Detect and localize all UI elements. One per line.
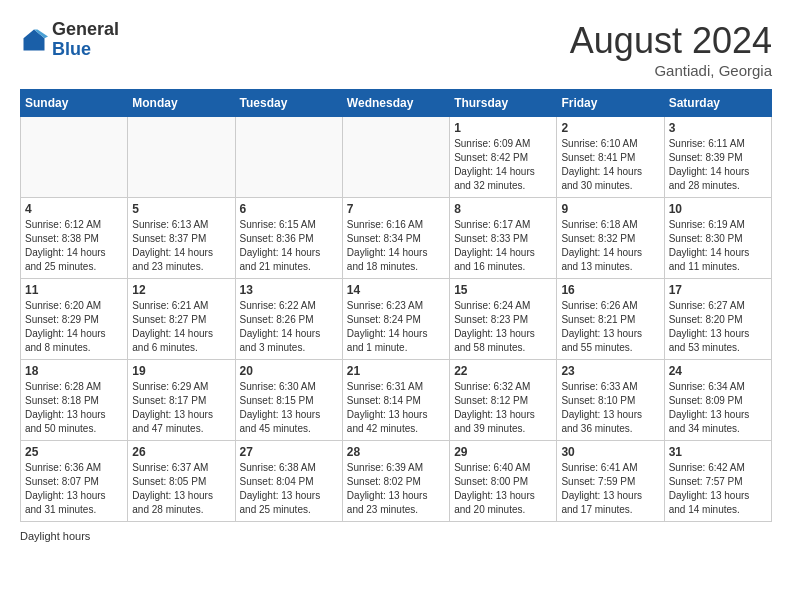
column-header-tuesday: Tuesday xyxy=(235,90,342,117)
day-info: Sunrise: 6:26 AMSunset: 8:21 PMDaylight:… xyxy=(561,299,659,355)
calendar-cell: 18Sunrise: 6:28 AMSunset: 8:18 PMDayligh… xyxy=(21,360,128,441)
day-info: Sunrise: 6:12 AMSunset: 8:38 PMDaylight:… xyxy=(25,218,123,274)
day-info: Sunrise: 6:36 AMSunset: 8:07 PMDaylight:… xyxy=(25,461,123,517)
day-number: 17 xyxy=(669,283,767,297)
logo-general-text: General xyxy=(52,19,119,39)
day-info: Sunrise: 6:42 AMSunset: 7:57 PMDaylight:… xyxy=(669,461,767,517)
column-header-friday: Friday xyxy=(557,90,664,117)
day-info: Sunrise: 6:39 AMSunset: 8:02 PMDaylight:… xyxy=(347,461,445,517)
day-info: Sunrise: 6:11 AMSunset: 8:39 PMDaylight:… xyxy=(669,137,767,193)
calendar-cell: 25Sunrise: 6:36 AMSunset: 8:07 PMDayligh… xyxy=(21,441,128,522)
day-info: Sunrise: 6:31 AMSunset: 8:14 PMDaylight:… xyxy=(347,380,445,436)
day-number: 29 xyxy=(454,445,552,459)
day-info: Sunrise: 6:19 AMSunset: 8:30 PMDaylight:… xyxy=(669,218,767,274)
day-number: 13 xyxy=(240,283,338,297)
day-info: Sunrise: 6:09 AMSunset: 8:42 PMDaylight:… xyxy=(454,137,552,193)
calendar-cell: 23Sunrise: 6:33 AMSunset: 8:10 PMDayligh… xyxy=(557,360,664,441)
calendar-cell: 8Sunrise: 6:17 AMSunset: 8:33 PMDaylight… xyxy=(450,198,557,279)
day-info: Sunrise: 6:15 AMSunset: 8:36 PMDaylight:… xyxy=(240,218,338,274)
day-number: 27 xyxy=(240,445,338,459)
calendar-cell: 31Sunrise: 6:42 AMSunset: 7:57 PMDayligh… xyxy=(664,441,771,522)
logo: General Blue xyxy=(20,20,119,60)
calendar-cell: 27Sunrise: 6:38 AMSunset: 8:04 PMDayligh… xyxy=(235,441,342,522)
calendar-cell xyxy=(128,117,235,198)
calendar-cell: 1Sunrise: 6:09 AMSunset: 8:42 PMDaylight… xyxy=(450,117,557,198)
day-info: Sunrise: 6:27 AMSunset: 8:20 PMDaylight:… xyxy=(669,299,767,355)
day-number: 21 xyxy=(347,364,445,378)
week-row-4: 18Sunrise: 6:28 AMSunset: 8:18 PMDayligh… xyxy=(21,360,772,441)
day-number: 4 xyxy=(25,202,123,216)
day-number: 5 xyxy=(132,202,230,216)
calendar-cell: 2Sunrise: 6:10 AMSunset: 8:41 PMDaylight… xyxy=(557,117,664,198)
day-info: Sunrise: 6:24 AMSunset: 8:23 PMDaylight:… xyxy=(454,299,552,355)
day-number: 3 xyxy=(669,121,767,135)
column-header-wednesday: Wednesday xyxy=(342,90,449,117)
calendar-cell: 11Sunrise: 6:20 AMSunset: 8:29 PMDayligh… xyxy=(21,279,128,360)
day-info: Sunrise: 6:10 AMSunset: 8:41 PMDaylight:… xyxy=(561,137,659,193)
day-number: 28 xyxy=(347,445,445,459)
day-number: 15 xyxy=(454,283,552,297)
day-number: 8 xyxy=(454,202,552,216)
day-info: Sunrise: 6:29 AMSunset: 8:17 PMDaylight:… xyxy=(132,380,230,436)
calendar-cell: 26Sunrise: 6:37 AMSunset: 8:05 PMDayligh… xyxy=(128,441,235,522)
calendar-cell: 30Sunrise: 6:41 AMSunset: 7:59 PMDayligh… xyxy=(557,441,664,522)
day-number: 9 xyxy=(561,202,659,216)
calendar-cell: 3Sunrise: 6:11 AMSunset: 8:39 PMDaylight… xyxy=(664,117,771,198)
calendar-cell: 13Sunrise: 6:22 AMSunset: 8:26 PMDayligh… xyxy=(235,279,342,360)
calendar-cell: 17Sunrise: 6:27 AMSunset: 8:20 PMDayligh… xyxy=(664,279,771,360)
page-header: General Blue August 2024 Gantiadi, Georg… xyxy=(20,20,772,79)
day-info: Sunrise: 6:13 AMSunset: 8:37 PMDaylight:… xyxy=(132,218,230,274)
day-number: 12 xyxy=(132,283,230,297)
week-row-5: 25Sunrise: 6:36 AMSunset: 8:07 PMDayligh… xyxy=(21,441,772,522)
day-number: 26 xyxy=(132,445,230,459)
day-info: Sunrise: 6:34 AMSunset: 8:09 PMDaylight:… xyxy=(669,380,767,436)
calendar-cell: 7Sunrise: 6:16 AMSunset: 8:34 PMDaylight… xyxy=(342,198,449,279)
day-info: Sunrise: 6:38 AMSunset: 8:04 PMDaylight:… xyxy=(240,461,338,517)
calendar-table: SundayMondayTuesdayWednesdayThursdayFrid… xyxy=(20,89,772,522)
day-number: 22 xyxy=(454,364,552,378)
day-info: Sunrise: 6:23 AMSunset: 8:24 PMDaylight:… xyxy=(347,299,445,355)
day-info: Sunrise: 6:33 AMSunset: 8:10 PMDaylight:… xyxy=(561,380,659,436)
day-number: 19 xyxy=(132,364,230,378)
day-info: Sunrise: 6:30 AMSunset: 8:15 PMDaylight:… xyxy=(240,380,338,436)
week-row-2: 4Sunrise: 6:12 AMSunset: 8:38 PMDaylight… xyxy=(21,198,772,279)
day-info: Sunrise: 6:28 AMSunset: 8:18 PMDaylight:… xyxy=(25,380,123,436)
day-info: Sunrise: 6:18 AMSunset: 8:32 PMDaylight:… xyxy=(561,218,659,274)
calendar-cell: 4Sunrise: 6:12 AMSunset: 8:38 PMDaylight… xyxy=(21,198,128,279)
column-header-thursday: Thursday xyxy=(450,90,557,117)
calendar-cell: 14Sunrise: 6:23 AMSunset: 8:24 PMDayligh… xyxy=(342,279,449,360)
day-number: 18 xyxy=(25,364,123,378)
title-block: August 2024 Gantiadi, Georgia xyxy=(570,20,772,79)
day-number: 1 xyxy=(454,121,552,135)
day-number: 20 xyxy=(240,364,338,378)
calendar-cell: 24Sunrise: 6:34 AMSunset: 8:09 PMDayligh… xyxy=(664,360,771,441)
day-info: Sunrise: 6:16 AMSunset: 8:34 PMDaylight:… xyxy=(347,218,445,274)
calendar-cell: 19Sunrise: 6:29 AMSunset: 8:17 PMDayligh… xyxy=(128,360,235,441)
calendar-cell: 22Sunrise: 6:32 AMSunset: 8:12 PMDayligh… xyxy=(450,360,557,441)
calendar-cell: 10Sunrise: 6:19 AMSunset: 8:30 PMDayligh… xyxy=(664,198,771,279)
calendar-cell: 20Sunrise: 6:30 AMSunset: 8:15 PMDayligh… xyxy=(235,360,342,441)
calendar-cell xyxy=(235,117,342,198)
logo-icon xyxy=(20,26,48,54)
calendar-cell: 28Sunrise: 6:39 AMSunset: 8:02 PMDayligh… xyxy=(342,441,449,522)
day-info: Sunrise: 6:17 AMSunset: 8:33 PMDaylight:… xyxy=(454,218,552,274)
day-number: 7 xyxy=(347,202,445,216)
calendar-cell: 6Sunrise: 6:15 AMSunset: 8:36 PMDaylight… xyxy=(235,198,342,279)
day-number: 6 xyxy=(240,202,338,216)
day-number: 30 xyxy=(561,445,659,459)
calendar-cell: 29Sunrise: 6:40 AMSunset: 8:00 PMDayligh… xyxy=(450,441,557,522)
month-title: August 2024 xyxy=(570,20,772,62)
week-row-1: 1Sunrise: 6:09 AMSunset: 8:42 PMDaylight… xyxy=(21,117,772,198)
daylight-label: Daylight hours xyxy=(20,530,90,542)
calendar-cell: 15Sunrise: 6:24 AMSunset: 8:23 PMDayligh… xyxy=(450,279,557,360)
calendar-cell: 21Sunrise: 6:31 AMSunset: 8:14 PMDayligh… xyxy=(342,360,449,441)
day-number: 2 xyxy=(561,121,659,135)
logo-blue-text: Blue xyxy=(52,39,91,59)
calendar-cell: 16Sunrise: 6:26 AMSunset: 8:21 PMDayligh… xyxy=(557,279,664,360)
calendar-cell xyxy=(342,117,449,198)
day-number: 23 xyxy=(561,364,659,378)
day-number: 31 xyxy=(669,445,767,459)
day-info: Sunrise: 6:41 AMSunset: 7:59 PMDaylight:… xyxy=(561,461,659,517)
day-info: Sunrise: 6:20 AMSunset: 8:29 PMDaylight:… xyxy=(25,299,123,355)
column-header-monday: Monday xyxy=(128,90,235,117)
